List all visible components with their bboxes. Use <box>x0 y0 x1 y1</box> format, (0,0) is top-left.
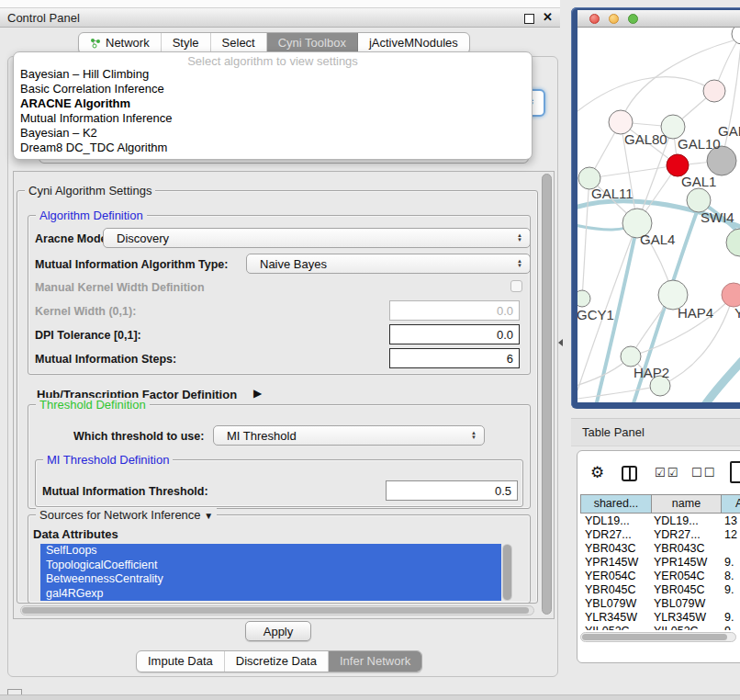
mi-steps-label: Mutual Information Steps: <box>35 353 176 366</box>
settings-horizontal-scrollbar[interactable] <box>20 605 534 615</box>
tab-jactivemnodules[interactable]: jActiveMNodules <box>358 33 469 53</box>
table-row[interactable]: YBR043CYBR043C <box>580 542 740 556</box>
attribute-item[interactable]: SelfLoops <box>40 544 501 559</box>
divider-collapse-arrow[interactable] <box>558 339 563 346</box>
minimize-traffic-light[interactable] <box>609 14 619 24</box>
table-row[interactable]: YDL19...YDL19...13 <box>580 514 740 528</box>
algorithm-option[interactable]: Dream8 DC_TDC Algorithm <box>20 141 167 155</box>
table-row[interactable]: YER054CYER054C8. <box>580 570 740 583</box>
network-canvas[interactable]: GAL GAL80 GAL10 GAL1 GAL11 SWI4 GAL4 GCY… <box>577 28 740 402</box>
tab-select[interactable]: Select <box>211 33 267 53</box>
node-gcy1[interactable] <box>577 290 590 307</box>
node-y-partial[interactable] <box>722 283 740 307</box>
top-strip <box>0 0 560 7</box>
algorithm-option-selected[interactable]: ARACNE Algorithm <box>20 96 130 111</box>
tab-impute-data[interactable]: Impute Data <box>137 651 225 672</box>
algorithm-option[interactable]: Mutual Information Inference <box>20 111 172 126</box>
algorithm-option[interactable]: Bayesian – K2 <box>20 126 97 141</box>
manual-kernel-width-checkbox[interactable] <box>510 280 522 292</box>
stepper-arrows-icon: ▲▼ <box>517 259 522 268</box>
tab-network[interactable]: Network <box>79 33 162 53</box>
table-panel-header[interactable]: Table Panel <box>571 418 740 446</box>
aracne-mode-label: Aracne Mode: <box>35 232 111 245</box>
settings-vertical-scrollbar[interactable] <box>542 174 552 615</box>
threshold-definition-title: Threshold Definition <box>36 398 150 412</box>
attribute-item[interactable]: TopologicalCoefficient <box>40 559 501 573</box>
expand-down-icon[interactable]: ▼ <box>204 511 213 521</box>
node-label: GCY1 <box>577 307 614 322</box>
node-hap2[interactable] <box>621 346 641 367</box>
mi-algorithm-type-select[interactable]: Naive Bayes ▲▼ <box>246 254 531 274</box>
network-icon <box>90 38 101 49</box>
node-gal-partial[interactable] <box>703 80 725 102</box>
data-attributes-list[interactable]: SelfLoops TopologicalCoefficient Between… <box>40 544 501 601</box>
document-icon[interactable] <box>730 461 740 483</box>
node-label: GAL80 <box>624 131 667 147</box>
node-label: GAL10 <box>678 136 721 152</box>
stepper-arrows-icon: ▲▼ <box>471 431 477 440</box>
node-green-right[interactable] <box>726 229 740 256</box>
node-label: GAL11 <box>591 186 633 201</box>
kernel-width-input[interactable]: 0.0 <box>389 300 520 321</box>
expand-right-icon[interactable]: ▶ <box>253 387 262 400</box>
attribute-item[interactable]: gal4RGexp <box>40 587 501 602</box>
table-body[interactable]: YDL19...YDL19...13 YDR27...YDR27...12 YB… <box>580 514 740 630</box>
zoom-traffic-light[interactable] <box>628 14 638 24</box>
table-row[interactable]: YBR045CYBR045C9. <box>580 583 740 597</box>
table-horizontal-scrollbar[interactable] <box>580 632 736 642</box>
kernel-width-label: Kernel Width (0,1): <box>35 305 136 318</box>
algorithm-placeholder: Select algorithm to view settings <box>14 54 532 68</box>
column-header-shared[interactable]: shared... <box>580 494 652 514</box>
table-row[interactable]: YIL052CYIL052C9. <box>580 625 740 630</box>
algorithm-option[interactable]: Basic Correlation Inference <box>20 82 164 96</box>
node-label: GAL <box>718 123 740 139</box>
tab-discretize-data[interactable]: Discretize Data <box>225 651 329 672</box>
table-panel-title: Table Panel <box>582 425 645 439</box>
attributes-scrollbar[interactable] <box>502 544 512 601</box>
control-panel-titlebar[interactable]: Control Panel ✕ <box>0 7 560 28</box>
close-icon[interactable]: ✕ <box>543 10 553 24</box>
attribute-item[interactable]: BetweennessCentrality <box>40 572 501 587</box>
mi-steps-input[interactable]: 6 <box>389 348 520 368</box>
tab-style[interactable]: Style <box>162 33 211 53</box>
split-columns-icon[interactable] <box>622 466 637 481</box>
mi-threshold-label: Mutual Information Threshold: <box>42 485 208 498</box>
column-header-partial[interactable]: A <box>721 494 740 514</box>
apply-button[interactable]: Apply <box>245 621 311 641</box>
dpi-tolerance-label: DPI Tolerance [0,1]: <box>35 329 141 342</box>
network-graph: GAL GAL80 GAL10 GAL1 GAL11 SWI4 GAL4 GCY… <box>577 28 740 402</box>
cyni-settings-title: Cyni Algorithm Settings <box>25 184 155 198</box>
stepper-arrows-icon: ▲▼ <box>517 233 522 243</box>
node-unlabeled[interactable] <box>732 28 740 44</box>
sources-title[interactable]: Sources for Network Inference ▼ <box>36 508 217 522</box>
gear-icon[interactable]: ⚙ <box>590 463 604 482</box>
mi-threshold-input[interactable]: 0.5 <box>386 480 518 501</box>
node-label: HAP2 <box>633 365 669 380</box>
column-header-name[interactable]: name <box>651 494 722 514</box>
float-window-icon[interactable] <box>524 14 534 24</box>
aracne-mode-select[interactable]: Discovery ▲▼ <box>103 228 531 248</box>
dpi-tolerance-input[interactable]: 0.0 <box>389 324 520 344</box>
node-label: HAP4 <box>678 305 713 321</box>
tab-infer-network[interactable]: Infer Network <box>329 651 421 672</box>
select-all-checks-icon[interactable]: ☑☑ <box>655 466 679 480</box>
table-row[interactable]: YPR145WYPR145W9. <box>580 556 740 570</box>
node-label: GAL4 <box>640 231 675 247</box>
algorithm-option[interactable]: Bayesian – Hill Climbing <box>20 67 149 82</box>
table-row[interactable]: YBL079WYBL079W <box>580 597 740 611</box>
algorithm-definition-title: Algorithm Definition <box>36 209 147 222</box>
network-window-titlebar[interactable] <box>577 10 740 28</box>
bottom-strip <box>0 694 740 700</box>
mi-algorithm-type-label: Mutual Information Algorithm Type: <box>35 258 228 271</box>
manual-kernel-width-label: Manual Kernel Width Definition <box>35 281 205 294</box>
node-label: Y <box>734 305 740 321</box>
which-threshold-select[interactable]: MI Threshold ▲▼ <box>213 425 485 446</box>
screen: Control Panel ✕ Network Style Select Cyn… <box>0 0 740 700</box>
close-traffic-light[interactable] <box>589 14 600 24</box>
table-row[interactable]: YDR27...YDR27...12 <box>580 528 740 542</box>
mi-threshold-group-title: MI Threshold Definition <box>43 453 173 467</box>
tab-cyni-toolbox[interactable]: Cyni Toolbox <box>267 33 358 53</box>
bottom-tabbar: Impute Data Discretize Data Infer Networ… <box>136 650 422 672</box>
table-row[interactable]: YLR345WYLR345W9. <box>580 611 740 625</box>
deselect-checks-icon[interactable]: ☐☐ <box>691 466 716 480</box>
